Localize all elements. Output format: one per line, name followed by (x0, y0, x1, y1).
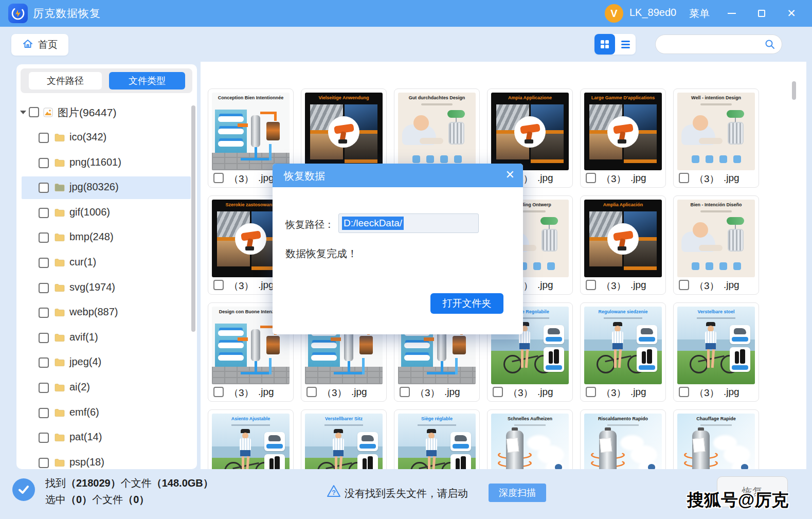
tree-checkbox[interactable] (39, 283, 49, 293)
file-thumbnail[interactable]: Ampia Applicazione (491, 93, 569, 170)
tree-checkbox[interactable] (29, 107, 39, 117)
file-card[interactable]: Amplia Aplicación（3）.jpg (580, 195, 666, 295)
file-card[interactable]: Regulowane siedzenie（3）.jpg (580, 302, 666, 402)
tab-file-type[interactable]: 文件类型 (109, 72, 185, 90)
content-scrollbar[interactable] (792, 81, 796, 100)
tree-checkbox[interactable] (39, 433, 49, 443)
tree-item-label: pat(14) (69, 431, 102, 443)
file-checkbox[interactable] (213, 280, 224, 290)
tree-item-ai[interactable]: ai(2) (16, 377, 197, 399)
file-thumbnail[interactable]: Siège réglable (398, 414, 476, 469)
file-checkbox[interactable] (586, 280, 596, 290)
file-checkbox[interactable] (679, 387, 689, 397)
file-card[interactable]: Siège réglable（3）.jpg (394, 409, 480, 469)
file-card[interactable]: Chauffage Rapide（3）.jpg (673, 409, 759, 469)
list-view-button[interactable] (615, 34, 636, 55)
tree-item-jpeg[interactable]: jpeg(4) (16, 351, 197, 374)
file-thumbnail[interactable]: Verstelbare stoel (677, 307, 755, 384)
tree-checkbox[interactable] (39, 183, 49, 193)
file-checkbox[interactable] (586, 387, 596, 397)
file-thumbnail[interactable]: Gut durchdachtes Design (398, 93, 476, 170)
file-card[interactable]: Verstellbarer Sitz（3）.jpg (301, 409, 387, 469)
file-thumbnail[interactable]: Asiento Ajustable (212, 414, 290, 469)
file-card[interactable]: Riscaldamento Rapido（3）.jpg (580, 409, 666, 469)
file-card[interactable]: Bien - Intención Diseño（3）.jpg (673, 195, 759, 295)
tree-checkbox[interactable] (39, 258, 49, 268)
file-thumbnail[interactable]: Conception Bien Intentionnée (212, 93, 290, 170)
tree-checkbox[interactable] (39, 357, 49, 368)
thumbnail-title: Siège réglable (400, 416, 474, 422)
file-checkbox[interactable] (679, 280, 689, 290)
sidebar-scrollbar[interactable] (191, 105, 195, 332)
open-folder-button[interactable]: 打开文件夹 (430, 293, 503, 314)
avatar[interactable]: V (605, 4, 623, 23)
tree-checkbox[interactable] (39, 158, 49, 168)
search-input[interactable] (655, 34, 782, 54)
menu-button[interactable]: 菜单 (689, 7, 710, 21)
tree-item-avif[interactable]: avif(1) (16, 327, 197, 349)
tree-item-emf[interactable]: emf(6) (16, 402, 197, 424)
tree-item-pat[interactable]: pat(14) (16, 426, 197, 449)
file-count-label: （3） (694, 279, 719, 293)
deep-scan-button[interactable]: 深度扫描 (489, 484, 546, 502)
tree-item-bmp[interactable]: bmp(248) (16, 226, 197, 249)
dialog-close-icon[interactable]: ✕ (506, 168, 515, 182)
tree-checkbox[interactable] (39, 308, 49, 318)
tree-item-png[interactable]: png(11601) (16, 152, 197, 174)
expander-icon[interactable] (20, 111, 26, 114)
file-thumbnail[interactable]: Large Gamme D'applications (584, 93, 662, 170)
tree-item-svg[interactable]: svg(1974) (16, 277, 197, 299)
home-icon (22, 38, 33, 52)
tree-checkbox[interactable] (39, 232, 49, 243)
username[interactable]: LK_89ed0 (629, 7, 676, 19)
tree-checkbox[interactable] (39, 333, 49, 343)
tree-item-jpg[interactable]: jpg(80326) (16, 176, 197, 199)
tree-checkbox[interactable] (39, 208, 49, 218)
file-thumbnail[interactable]: Amplia Aplicación (584, 200, 662, 277)
file-thumbnail[interactable]: Vielseitige Anwendung (305, 93, 383, 170)
tree-checkbox[interactable] (39, 408, 49, 418)
maximize-button[interactable] (753, 5, 770, 22)
file-card[interactable]: Large Gamme D'applications（3）.jpg (580, 88, 666, 188)
file-thumbnail[interactable]: Bien - Intención Diseño (677, 200, 755, 277)
folder-icon (55, 333, 65, 344)
file-checkbox[interactable] (306, 387, 317, 397)
file-card[interactable]: Asiento Ajustable（3）.jpg (208, 409, 294, 469)
search-icon[interactable] (764, 39, 775, 52)
file-card[interactable]: Well - intention Design（3）.jpg (673, 88, 759, 188)
file-checkbox[interactable] (586, 173, 596, 183)
tree-item-label: ico(342) (69, 131, 106, 143)
tab-file-path[interactable]: 文件路径 (29, 72, 102, 90)
tree-item-ico[interactable]: ico(342) (16, 127, 197, 149)
tree-checkbox[interactable] (39, 458, 49, 468)
close-button[interactable]: ✕ (783, 5, 800, 22)
minimize-button[interactable] (723, 5, 741, 22)
file-checkbox[interactable] (213, 387, 224, 397)
file-thumbnail[interactable]: Schnelles Aufheizen (491, 414, 569, 469)
tree-item-images[interactable]: 图片(96447) (16, 101, 197, 123)
file-checkbox[interactable] (400, 387, 410, 397)
file-thumbnail[interactable]: Regulowane siedzenie (584, 307, 662, 384)
tree-item-cur[interactable]: cur(1) (16, 252, 197, 274)
tree-checkbox[interactable] (39, 133, 49, 143)
file-checkbox[interactable] (679, 173, 689, 183)
file-count-label: （3） (601, 386, 626, 400)
tree-item-psp[interactable]: psp(18) (16, 452, 197, 469)
recover-dialog-header[interactable]: 恢复数据 ✕ (273, 164, 523, 187)
thumbnail-title: Well - intention Design (679, 95, 753, 101)
file-thumbnail[interactable]: Well - intention Design (677, 93, 755, 170)
file-card[interactable]: Schnelles Aufheizen（3）.jpg (487, 409, 573, 469)
tree-item-gif[interactable]: gif(1006) (16, 202, 197, 224)
file-checkbox[interactable] (493, 387, 503, 397)
file-ext-label: .jpg (258, 386, 274, 398)
grid-view-button[interactable] (594, 34, 615, 55)
file-thumbnail[interactable]: Riscaldamento Rapido (584, 414, 662, 469)
tree-checkbox[interactable] (39, 383, 49, 393)
file-thumbnail[interactable]: Verstellbarer Sitz (305, 414, 383, 469)
recovery-path-input[interactable]: D:/leeckData/ (338, 213, 479, 233)
home-button[interactable]: 首页 (11, 34, 68, 56)
tree-item-webp[interactable]: webp(887) (16, 301, 197, 324)
file-card[interactable]: Verstelbare stoel（3）.jpg (673, 302, 759, 402)
file-checkbox[interactable] (213, 173, 224, 183)
file-thumbnail[interactable]: Chauffage Rapide (677, 414, 755, 469)
